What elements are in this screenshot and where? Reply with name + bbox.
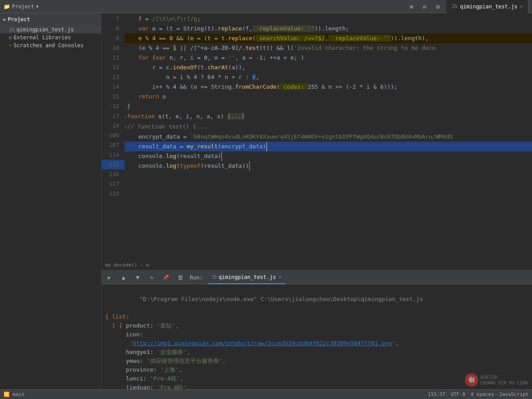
editor-tab-active[interactable]: JS qimingpian_test.js ×: [446, 0, 528, 13]
watermark-logo: 创: [465, 373, 478, 387]
top-bar: 📁 Project ▼ ⊕ ⇄ ⚙ JS qimingpian_test.js …: [0, 0, 532, 13]
line-num-106: 106: [102, 131, 125, 140]
line-num-18: 18: [102, 121, 125, 131]
code-line-13: n = i % 4 ? 64 * n + r : r,: [125, 72, 532, 82]
breadcrumb-bar: my_decode() › o: [102, 260, 532, 270]
console-line-1: { list:: [105, 312, 528, 321]
line-num-14: 14: [102, 82, 125, 92]
sync-icon[interactable]: ⇄: [420, 2, 430, 11]
line-num-11: 11: [102, 53, 125, 63]
watermark-line1: 创新互联: [480, 374, 528, 380]
trash-button[interactable]: 🗑: [176, 273, 185, 282]
pin-button[interactable]: 📌: [162, 273, 170, 282]
project-dropdown-icon[interactable]: ▼: [36, 4, 38, 9]
code-line-117: console.log(result_data): [125, 151, 532, 161]
code-line-16: −}: [125, 102, 532, 112]
tab-js-icon: JS: [452, 4, 457, 9]
line-num-17: 17: [102, 111, 125, 121]
sidebar-project-label: Project: [8, 16, 30, 23]
code-editor[interactable]: 7 8 9 10 11 12 13 14 15 −16 17 18 106 10…: [102, 13, 532, 260]
code-line-9: e % 4 == 0 && (e = (t = t.replace( searc…: [125, 34, 532, 43]
line-num-115: 115: [102, 160, 125, 169]
watermark-text: 创新互联 CHUANG XIN HU LIAN: [480, 374, 528, 386]
code-lines: f = /[\t\n\f\r]/g; var e = (t = String(t…: [125, 13, 532, 260]
line-num-107: 107: [102, 140, 125, 150]
code-line-15: return o: [125, 92, 532, 102]
console-line-5: hangye1: '企业服务',: [105, 348, 528, 357]
status-lang: JavaScript: [499, 391, 528, 397]
project-folder-icon: 📁: [4, 4, 10, 10]
code-line-115: result_data = my_result(encrypt_data): [125, 142, 532, 151]
console-line-2: [ { product: '壹站',: [105, 321, 528, 330]
watermark: 创 创新互联 CHUANG XIN HU LIAN: [465, 373, 528, 387]
console-line-3: icon:: [105, 330, 528, 339]
project-tree-icon: ▶: [4, 17, 6, 22]
main-area: ▶ Project JS qimingpian_test.js ⊞ Extern…: [0, 13, 532, 389]
status-git: 🔀 main: [4, 391, 24, 397]
breadcrumb-path: my_decode() › o: [105, 262, 149, 268]
console-line-4: 'http://img1.qimingpian.com/product/raw/…: [105, 339, 528, 348]
line-num-15: 15: [102, 92, 125, 102]
line-num-9: 9: [102, 34, 125, 43]
code-line-12: r = c.indexOf(t.charAt(a)),: [125, 63, 532, 72]
line-num-116: 116: [102, 169, 125, 179]
run-tab-filename: qimingpian_test.js: [219, 274, 276, 280]
line-num-12: 12: [102, 63, 125, 72]
code-line-114: encrypt_data = `b0nqtWHqs4vudLnKOKY4Xauw…: [125, 132, 532, 142]
code-line-107: +// function test() {...: [125, 122, 532, 132]
run-file-icon: JS: [211, 275, 217, 279]
new-file-icon[interactable]: ⊕: [407, 2, 416, 11]
line-num-7: 7: [102, 14, 125, 24]
line-num-117: 117: [102, 179, 125, 189]
js-file-icon: JS: [9, 27, 15, 33]
line-num-10: 10: [102, 43, 125, 53]
status-encoding: UTF-8: [451, 391, 465, 397]
bottom-panel: ▶ ▲ ▼ ↻ 📌 🗑 Run: JS qimingpian_test.js ×: [102, 270, 532, 389]
console-line-7: province: '上海',: [105, 365, 528, 374]
status-indent: 4 spaces: [471, 391, 494, 397]
run-tab-close[interactable]: ×: [279, 274, 282, 280]
run-tab-file[interactable]: JS qimingpian_test.js ×: [208, 271, 285, 284]
sidebar: ▶ Project JS qimingpian_test.js ⊞ Extern…: [0, 13, 102, 389]
code-line-10: (e % 4 == 1 || /[^+a-zA-Z0-9]/.test(t)) …: [125, 43, 532, 53]
status-line-col: 115:37: [428, 391, 445, 397]
sidebar-scratch-label: Scratches and Consoles: [14, 42, 84, 49]
tab-filename: qimingpian_test.js: [460, 4, 517, 10]
ext-lib-icon: ⊞: [9, 35, 12, 41]
reload-button[interactable]: ↻: [147, 273, 156, 282]
status-bar: 🔀 main 115:37 UTF-8 4 spaces JavaScript: [0, 389, 532, 399]
toolbar-icons: ⊕ ⇄ ⚙: [407, 2, 443, 11]
status-right: 115:37 UTF-8 4 spaces JavaScript: [428, 391, 528, 397]
code-line-18: +function s(t, e, i, n, a, s) {...}: [125, 112, 532, 122]
sidebar-item-ext-lib[interactable]: ⊞ External Libraries: [0, 34, 101, 41]
console-line-cmd: "D:\Program Files\nodejs\node.exe" C:\Us…: [105, 286, 528, 312]
line-num-8: 8: [102, 24, 125, 34]
code-line-8: var e = (t = String(t).replace(f, replac…: [125, 24, 532, 34]
stop-up-button[interactable]: ▲: [119, 273, 128, 282]
run-button[interactable]: ▶: [105, 273, 114, 282]
watermark-logo-text: 创: [468, 376, 475, 384]
project-label: 📁 Project ▼: [4, 4, 38, 10]
code-line-14: i++ % 4 && (o += String.fromCharCode( co…: [125, 82, 532, 92]
bottom-tab-bar: ▶ ▲ ▼ ↻ 📌 🗑 Run: JS qimingpian_test.js ×: [102, 271, 532, 284]
code-line-11: for (var n, r, i = 0, o = '', a = -1; ++…: [125, 53, 532, 63]
run-text: Run:: [190, 275, 203, 281]
line-num-16: −16: [102, 102, 125, 111]
stop-down-button[interactable]: ▼: [133, 273, 142, 282]
scratch-icon: ✎: [9, 43, 12, 49]
watermark-line2: CHUANG XIN HU LIAN: [480, 380, 528, 386]
code-line-7: f = /[\t\n\f\r]/g;: [125, 14, 532, 24]
console-line-6: yewu: '供应链管理信息平台服务商',: [105, 357, 528, 365]
settings-icon[interactable]: ⚙: [433, 2, 443, 11]
line-numbers: 7 8 9 10 11 12 13 14 15 −16 17 18 106 10…: [102, 13, 125, 260]
sidebar-item-scratch[interactable]: ✎ Scratches and Consoles: [0, 41, 101, 49]
sidebar-header: ▶ Project: [0, 13, 101, 26]
line-num-114: 114: [102, 150, 125, 160]
run-label: Run:: [190, 275, 203, 281]
line-num-118: 118: [102, 189, 125, 199]
tab-close-icon[interactable]: ×: [520, 4, 523, 9]
line-num-13: 13: [102, 72, 125, 82]
code-line-118: console.log(typeof(result_data)): [125, 161, 532, 171]
sidebar-item-root-file[interactable]: JS qimingpian_test.js: [0, 26, 101, 34]
sidebar-root-filename: qimingpian_test.js: [16, 26, 74, 33]
